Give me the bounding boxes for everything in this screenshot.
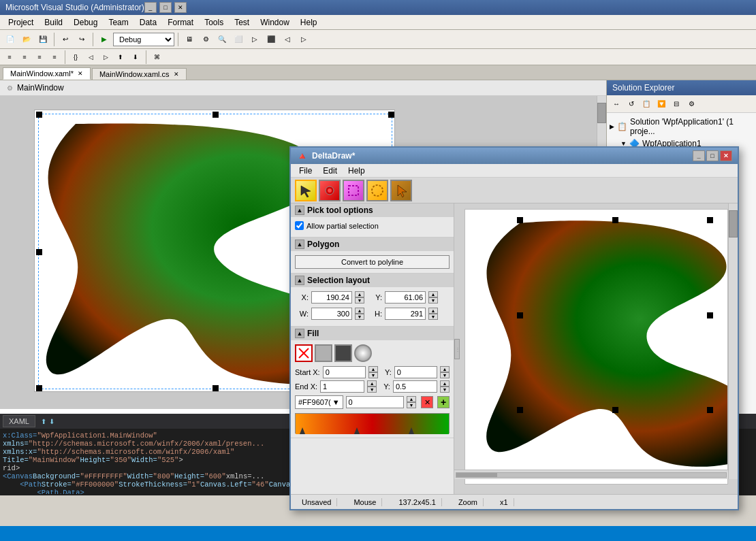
minimize-btn[interactable]: _	[144, 2, 157, 13]
menu-team[interactable]: Team	[103, 16, 133, 29]
new-project-btn[interactable]: 📄	[3, 32, 18, 47]
nav-btn3[interactable]: ⬆	[114, 51, 127, 63]
menu-test[interactable]: Test	[229, 16, 255, 29]
xaml-nav-down[interactable]: ⬇	[49, 418, 54, 425]
menu-format[interactable]: Format	[162, 16, 199, 29]
undo-btn[interactable]: ↩	[58, 32, 73, 47]
canvas-resize-handle[interactable]: ⋮	[454, 339, 460, 359]
menu-build[interactable]: Build	[39, 16, 68, 29]
start-x-up[interactable]: ▲	[368, 366, 378, 372]
handle-tr[interactable]	[388, 112, 394, 118]
tab-xaml-close[interactable]: ✕	[78, 70, 83, 77]
h-input[interactable]	[385, 308, 426, 320]
prev-handle-mr[interactable]	[707, 312, 713, 318]
dd-menu-edit[interactable]: Edit	[317, 165, 343, 176]
handle-tl[interactable]	[36, 112, 42, 118]
se-collapse-btn[interactable]: ⊟	[670, 97, 683, 111]
end-x-down[interactable]: ▼	[367, 387, 377, 393]
no-fill-btn[interactable]	[295, 344, 313, 362]
prev-handle-br[interactable]	[707, 407, 713, 413]
handle-tm[interactable]	[212, 112, 219, 118]
prev-handle-bl[interactable]	[517, 407, 523, 413]
nav-btn2[interactable]: ▷	[99, 51, 112, 63]
prev-handle-bm[interactable]	[612, 407, 618, 413]
prev-handle-tm[interactable]	[612, 217, 618, 223]
end-y-input[interactable]	[393, 380, 437, 393]
gradient-bar[interactable]	[295, 413, 450, 433]
dd-pick-tool-btn[interactable]	[295, 180, 317, 201]
dd-minimize-btn[interactable]: _	[693, 150, 705, 161]
prev-handle-tl[interactable]	[517, 217, 523, 223]
indent-btn[interactable]: ≡	[3, 51, 16, 63]
menu-data[interactable]: Data	[134, 16, 162, 29]
selection-layout-header[interactable]: ▲ Selection layout	[291, 274, 454, 287]
stop-up[interactable]: ▲	[407, 396, 416, 402]
gradient-fill-btn[interactable]	[354, 344, 372, 362]
dd-v-scrollbar[interactable]	[728, 203, 738, 479]
marker1[interactable]	[300, 427, 305, 434]
nav-btn4[interactable]: ⬇	[129, 51, 142, 63]
w-up-btn[interactable]: ▲	[355, 308, 364, 314]
dd-node-tool-btn[interactable]	[319, 180, 341, 201]
delete-stop-btn[interactable]: ✕	[421, 396, 433, 408]
pick-collapse-btn[interactable]: ▲	[295, 206, 304, 215]
dd-h-scrollbar[interactable]	[454, 470, 728, 479]
handle-bl[interactable]	[36, 385, 42, 391]
open-btn[interactable]: 📂	[19, 32, 34, 47]
dd-select-rect-btn[interactable]	[343, 180, 364, 201]
polygon-collapse-btn[interactable]: ▲	[295, 240, 304, 249]
format-btn[interactable]: ⌘	[150, 51, 163, 63]
start-x-down[interactable]: ▼	[368, 372, 378, 378]
toolbar-btn4[interactable]: ⬜	[231, 32, 246, 47]
save-btn[interactable]: 💾	[35, 32, 50, 47]
start-x-input[interactable]	[323, 366, 366, 378]
toolbar-btn5[interactable]: ▷	[247, 32, 262, 47]
prev-handle-ml[interactable]	[517, 312, 523, 318]
end-x-up[interactable]: ▲	[367, 380, 377, 387]
h-up-btn[interactable]: ▲	[428, 308, 438, 314]
start-btn[interactable]: ▶	[97, 32, 112, 47]
color-stop-input[interactable]	[346, 396, 404, 408]
se-props-btn[interactable]: 📋	[640, 97, 653, 111]
x-down-btn[interactable]: ▼	[355, 297, 364, 304]
start-y-down[interactable]: ▼	[440, 372, 450, 378]
solid-gray-fill-btn[interactable]	[315, 344, 332, 362]
dd-v-scroll-thumb[interactable]	[729, 210, 738, 237]
se-refresh-btn[interactable]: ↺	[625, 97, 638, 111]
tab-cs-close[interactable]: ✕	[174, 71, 179, 78]
se-settings-btn[interactable]: ⚙	[684, 97, 698, 111]
toolbar-btn2[interactable]: ⚙	[198, 32, 213, 47]
dd-pointer-tool-btn[interactable]	[390, 180, 412, 201]
end-y-down[interactable]: ▼	[440, 387, 450, 393]
menu-help[interactable]: Help	[295, 16, 323, 29]
start-y-input[interactable]	[394, 366, 437, 378]
x-input[interactable]	[311, 291, 352, 304]
se-sync-btn[interactable]: ↔	[610, 97, 623, 111]
marker3[interactable]	[409, 427, 414, 434]
add-stop-btn[interactable]: +	[437, 396, 450, 408]
maximize-btn[interactable]: □	[159, 2, 172, 13]
xaml-nav-up[interactable]: ⬆	[41, 418, 46, 425]
handle-ml[interactable]	[36, 249, 42, 255]
partial-selection-checkbox[interactable]	[295, 221, 304, 230]
dd-close-btn[interactable]: ✕	[720, 150, 732, 161]
uncomment-btn[interactable]: ≡	[48, 51, 61, 63]
toolbar-btn8[interactable]: ▷	[296, 32, 311, 47]
dd-menu-file[interactable]: File	[294, 165, 317, 176]
polygon-header[interactable]: ▲ Polygon	[291, 237, 454, 251]
w-input[interactable]	[311, 308, 352, 320]
handle-bm[interactable]	[212, 385, 219, 391]
end-x-input[interactable]	[320, 380, 364, 393]
menu-project[interactable]: Project	[3, 16, 39, 29]
x-up-btn[interactable]: ▲	[355, 291, 364, 297]
stop-down[interactable]: ▼	[407, 402, 416, 408]
dd-maximize-btn[interactable]: □	[706, 150, 719, 161]
nav-btn1[interactable]: ◁	[84, 51, 97, 63]
se-filter-btn[interactable]: 🔽	[655, 97, 668, 111]
menu-debug[interactable]: Debug	[68, 16, 103, 29]
tab-xaml[interactable]: MainWindow.xaml* ✕	[3, 67, 91, 80]
dd-select-ellipse-btn[interactable]	[366, 180, 388, 201]
debug-config-select[interactable]: Debug Release	[113, 33, 174, 46]
se-solution-item[interactable]: ▶ 📋 Solution 'WpfApplication1' (1 proje.…	[610, 116, 753, 137]
tab-cs[interactable]: MainWindow.xaml.cs ✕	[92, 68, 187, 80]
